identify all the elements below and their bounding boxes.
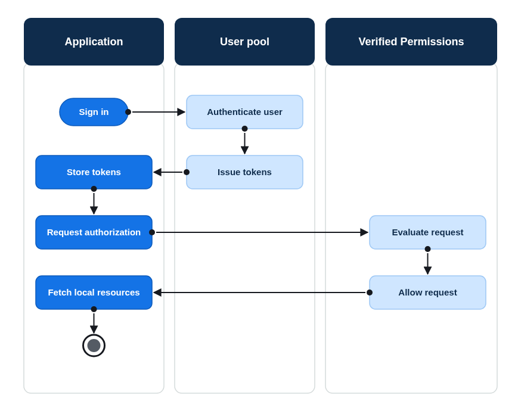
node-evaluate-request: Evaluate request (370, 216, 486, 249)
node-request-authorization: Request authorization (36, 216, 152, 249)
svg-point-21 (184, 169, 190, 175)
diagram-canvas: Application User pool Verified Permissio… (0, 0, 521, 420)
node-allow-request: Allow request (370, 276, 486, 309)
node-sign-in-label: Sign in (79, 107, 109, 117)
lane-userpool-title: User pool (220, 36, 269, 48)
lane-verified: Verified Permissions (325, 18, 497, 393)
svg-point-17 (125, 109, 131, 115)
node-request-authorization-label: Request authorization (47, 227, 141, 237)
svg-point-23 (91, 186, 97, 192)
lane-userpool: User pool (175, 18, 315, 393)
lane-verified-title: Verified Permissions (358, 36, 464, 48)
node-sign-in: Sign in (60, 98, 128, 126)
node-evaluate-request-label: Evaluate request (392, 227, 463, 237)
node-allow-request-label: Allow request (398, 287, 457, 297)
svg-point-15 (88, 339, 101, 352)
node-store-tokens: Store tokens (36, 155, 152, 189)
svg-point-31 (91, 306, 97, 312)
node-issue-tokens: Issue tokens (187, 155, 303, 189)
node-fetch-local-resources: Fetch local resources (36, 276, 152, 309)
svg-point-25 (149, 229, 155, 235)
svg-point-19 (242, 126, 248, 132)
node-issue-tokens-label: Issue tokens (218, 167, 272, 177)
node-authenticate-user-label: Authenticate user (207, 107, 283, 117)
svg-point-29 (367, 290, 373, 295)
lane-application-title: Application (65, 36, 123, 48)
node-store-tokens-label: Store tokens (67, 167, 121, 177)
svg-point-27 (425, 246, 431, 252)
node-authenticate-user: Authenticate user (187, 95, 303, 129)
node-fetch-local-resources-label: Fetch local resources (48, 287, 139, 297)
